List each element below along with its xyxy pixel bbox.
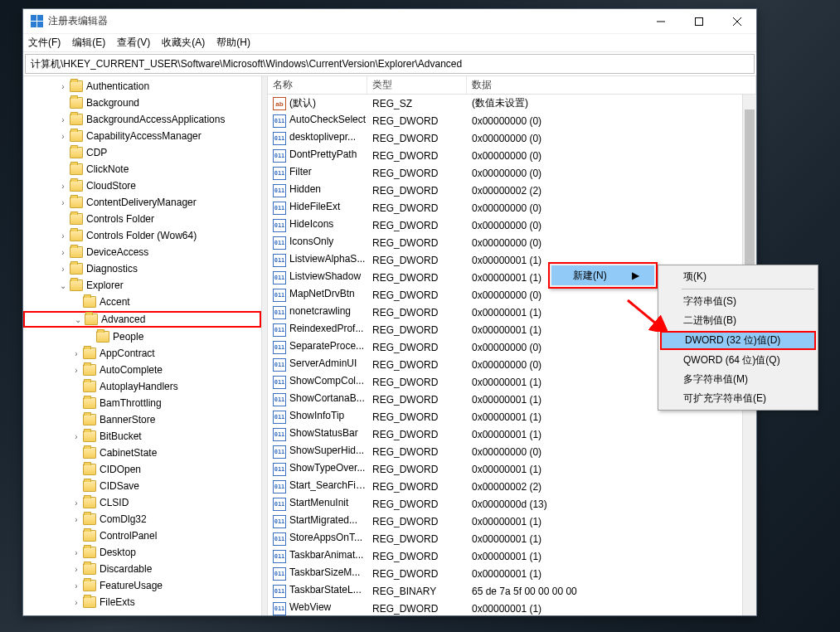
- list-row[interactable]: 011HideFileExtREG_DWORD0x00000000 (0): [268, 199, 756, 216]
- list-row[interactable]: 011StartMigrated...REG_DWORD0x00000001 (…: [268, 513, 756, 530]
- tree-item[interactable]: ›FileExts: [23, 594, 261, 610]
- chevron-right-icon[interactable]: ›: [70, 349, 83, 358]
- close-button[interactable]: [718, 9, 756, 34]
- tree-item[interactable]: ClickNote: [23, 161, 261, 177]
- chevron-right-icon[interactable]: ›: [56, 182, 70, 191]
- tree-item[interactable]: ›CLSID: [23, 494, 261, 511]
- menu-edit[interactable]: 编辑(E): [72, 36, 105, 50]
- chevron-right-icon[interactable]: ›: [56, 115, 70, 124]
- value-data: 0x00000001 (1): [467, 533, 756, 545]
- value-name: Start_SearchFiles: [289, 479, 367, 491]
- tree-item[interactable]: CDP: [23, 144, 261, 161]
- chevron-down-icon[interactable]: ⌄: [71, 315, 85, 324]
- title-bar[interactable]: 注册表编辑器: [23, 9, 756, 34]
- maximize-button[interactable]: [680, 9, 718, 34]
- list-row[interactable]: 011WebViewREG_DWORD0x00000001 (1): [268, 600, 756, 615]
- list-row[interactable]: 011IconsOnlyREG_DWORD0x00000000 (0): [268, 234, 756, 251]
- menu-view[interactable]: 查看(V): [117, 36, 150, 50]
- menu-new[interactable]: 新建(N) ▶: [551, 265, 654, 285]
- minimize-button[interactable]: [642, 9, 680, 34]
- tree-item[interactable]: CIDOpen: [23, 461, 261, 478]
- menu-new-dword[interactable]: DWORD (32 位)值(D): [660, 331, 816, 350]
- menu-file[interactable]: 文件(F): [28, 36, 61, 50]
- list-row[interactable]: 011ShowInfoTipREG_DWORD0x00000001 (1): [268, 408, 756, 425]
- list-row[interactable]: 011StoreAppsOnT...REG_DWORD0x00000001 (1…: [268, 530, 756, 547]
- tree-item[interactable]: ›Desktop: [23, 544, 261, 561]
- splitter[interactable]: [262, 76, 268, 615]
- tree-item[interactable]: ›FeatureUsage: [23, 577, 261, 594]
- tree-item[interactable]: ⌄Explorer: [23, 277, 261, 294]
- tree-item[interactable]: ›BackgroundAccessApplications: [23, 111, 261, 128]
- tree-item[interactable]: ControlPanel: [23, 527, 261, 544]
- tree-item[interactable]: CabinetState: [23, 445, 261, 461]
- menu-help[interactable]: 帮助(H): [216, 36, 250, 50]
- menu-favorites[interactable]: 收藏夹(A): [162, 36, 205, 50]
- list-row[interactable]: 011FilterREG_DWORD0x00000000 (0): [268, 164, 756, 182]
- list-row[interactable]: 011desktoplivepr...REG_DWORD0x00000000 (…: [268, 129, 756, 147]
- list-row[interactable]: 011ShowStatusBarREG_DWORD0x00000001 (1): [268, 425, 756, 443]
- tree-item[interactable]: ›Controls Folder (Wow64): [23, 227, 261, 244]
- chevron-right-icon[interactable]: ›: [70, 366, 83, 375]
- address-bar[interactable]: 计算机\HKEY_CURRENT_USER\Software\Microsoft…: [25, 54, 755, 74]
- chevron-right-icon[interactable]: ›: [56, 198, 70, 207]
- scrollbar-thumb[interactable]: [745, 109, 755, 275]
- chevron-right-icon[interactable]: ›: [70, 498, 83, 508]
- chevron-right-icon[interactable]: ›: [70, 432, 83, 441]
- tree-item[interactable]: ›Discardable: [23, 561, 261, 577]
- list-row[interactable]: 011Start_SearchFilesREG_DWORD0x00000002 …: [268, 478, 756, 495]
- tree-item[interactable]: ›ContentDeliveryManager: [23, 194, 261, 211]
- tree-item[interactable]: ›ComDlg32: [23, 511, 261, 527]
- chevron-right-icon[interactable]: ›: [70, 565, 83, 574]
- col-type[interactable]: 类型: [367, 76, 467, 94]
- tree-item[interactable]: ›AutoComplete: [23, 362, 261, 378]
- menu-new-binary[interactable]: 二进制值(B): [660, 311, 816, 330]
- list-row[interactable]: 011DontPrettyPathREG_DWORD0x00000000 (0): [268, 147, 756, 164]
- chevron-right-icon[interactable]: ›: [70, 515, 83, 524]
- chevron-right-icon[interactable]: ›: [56, 82, 70, 91]
- chevron-down-icon[interactable]: ⌄: [56, 281, 70, 290]
- tree-item[interactable]: AutoplayHandlers: [23, 378, 261, 395]
- list-row[interactable]: ab(默认)REG_SZ(数值未设置): [268, 95, 756, 112]
- tree-item[interactable]: BamThrottling: [23, 395, 261, 411]
- tree-item[interactable]: Background: [23, 95, 261, 111]
- menu-new-multistring[interactable]: 多字符串值(M): [660, 370, 816, 389]
- chevron-right-icon[interactable]: ›: [56, 265, 70, 274]
- tree-item[interactable]: ›Authentication: [23, 78, 261, 95]
- menu-new-expandstring[interactable]: 可扩充字符串值(E): [660, 389, 816, 408]
- col-name[interactable]: 名称: [268, 76, 367, 94]
- chevron-right-icon[interactable]: ›: [56, 231, 70, 241]
- list-row[interactable]: 011HiddenREG_DWORD0x00000002 (2): [268, 182, 756, 199]
- tree-item[interactable]: ›DeviceAccess: [23, 244, 261, 260]
- tree-item[interactable]: ›CloudStore: [23, 177, 261, 194]
- list-row[interactable]: 011AutoCheckSelectREG_DWORD0x00000000 (0…: [268, 112, 756, 129]
- chevron-right-icon[interactable]: ›: [56, 132, 70, 141]
- list-row[interactable]: 011TaskbarStateL...REG_BINARY65 de 7a 5f…: [268, 582, 756, 600]
- list-row[interactable]: 011ShowSuperHid...REG_DWORD0x00000000 (0…: [268, 443, 756, 460]
- list-row[interactable]: 011TaskbarAnimat...REG_DWORD0x00000001 (…: [268, 547, 756, 565]
- chevron-right-icon[interactable]: ›: [70, 581, 83, 591]
- list-row[interactable]: 011ShowTypeOver...REG_DWORD0x00000001 (1…: [268, 460, 756, 478]
- tree-item[interactable]: ›CapabilityAccessManager: [23, 128, 261, 144]
- tree-item[interactable]: ⌄Advanced: [23, 311, 261, 328]
- value-name: Filter: [289, 166, 312, 177]
- col-data[interactable]: 数据: [467, 76, 756, 94]
- list-row[interactable]: 011HideIconsREG_DWORD0x00000000 (0): [268, 216, 756, 234]
- list-row[interactable]: 011TaskbarSizeM...REG_DWORD0x00000001 (1…: [268, 565, 756, 582]
- tree-item[interactable]: Controls Folder: [23, 211, 261, 227]
- tree-item[interactable]: ›AppContract: [23, 345, 261, 362]
- tree-item[interactable]: BannerStore: [23, 411, 261, 428]
- tree-item[interactable]: ›BitBucket: [23, 428, 261, 445]
- list-row[interactable]: 011StartMenuInitREG_DWORD0x0000000d (13): [268, 495, 756, 513]
- chevron-right-icon[interactable]: ›: [70, 548, 83, 557]
- tree-item[interactable]: CIDSave: [23, 478, 261, 494]
- tree-item[interactable]: Accent: [23, 294, 261, 310]
- dword-value-icon: 011: [273, 445, 286, 459]
- menu-new-key[interactable]: 项(K): [660, 267, 816, 286]
- menu-new-string[interactable]: 字符串值(S): [660, 292, 816, 311]
- menu-new-qword[interactable]: QWORD (64 位)值(Q): [660, 351, 816, 370]
- tree-item[interactable]: ›Diagnostics: [23, 260, 261, 277]
- chevron-right-icon[interactable]: ›: [70, 598, 83, 607]
- chevron-right-icon[interactable]: ›: [56, 248, 70, 257]
- key-tree[interactable]: ›AuthenticationBackground›BackgroundAcce…: [23, 76, 262, 615]
- tree-item[interactable]: People: [23, 328, 261, 345]
